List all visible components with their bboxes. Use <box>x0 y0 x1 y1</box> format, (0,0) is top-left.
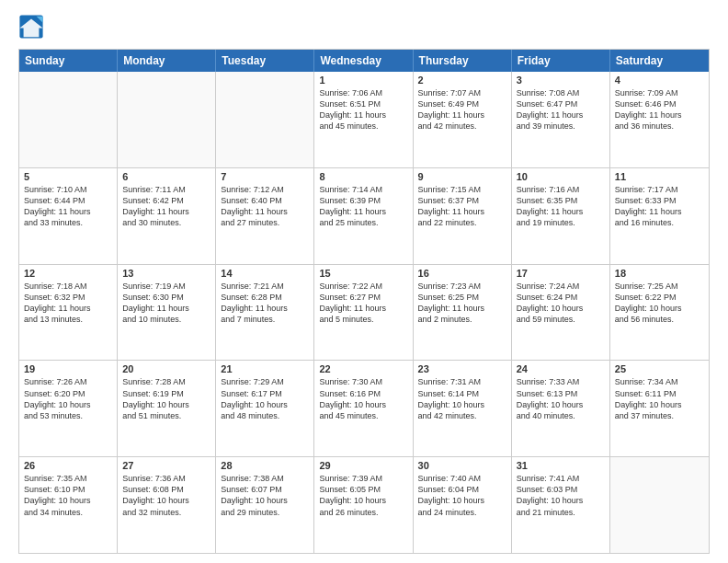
day-number: 27 <box>122 460 210 471</box>
day-cell-25: 25Sunrise: 7:34 AM Sunset: 6:11 PM Dayli… <box>610 361 709 456</box>
day-number: 21 <box>221 363 309 374</box>
day-info: Sunrise: 7:14 AM Sunset: 6:39 PM Dayligh… <box>319 184 407 229</box>
day-info: Sunrise: 7:28 AM Sunset: 6:19 PM Dayligh… <box>122 376 210 421</box>
day-cell-30: 30Sunrise: 7:40 AM Sunset: 6:04 PM Dayli… <box>414 457 512 553</box>
weekday-header-saturday: Saturday <box>610 50 709 72</box>
day-cell-5: 5Sunrise: 7:10 AM Sunset: 6:44 PM Daylig… <box>19 168 118 264</box>
day-cell-19: 19Sunrise: 7:26 AM Sunset: 6:20 PM Dayli… <box>19 361 118 456</box>
day-info: Sunrise: 7:26 AM Sunset: 6:20 PM Dayligh… <box>24 376 112 421</box>
day-number: 17 <box>517 268 605 279</box>
day-info: Sunrise: 7:16 AM Sunset: 6:35 PM Dayligh… <box>517 184 605 229</box>
day-info: Sunrise: 7:33 AM Sunset: 6:13 PM Dayligh… <box>517 376 605 421</box>
day-info: Sunrise: 7:11 AM Sunset: 6:42 PM Dayligh… <box>122 184 210 229</box>
day-cell-29: 29Sunrise: 7:39 AM Sunset: 6:05 PM Dayli… <box>314 457 413 553</box>
day-number: 9 <box>418 171 506 182</box>
day-info: Sunrise: 7:12 AM Sunset: 6:40 PM Dayligh… <box>221 184 309 229</box>
day-number: 16 <box>418 268 506 279</box>
calendar-row-3: 19Sunrise: 7:26 AM Sunset: 6:20 PM Dayli… <box>19 360 709 456</box>
day-info: Sunrise: 7:41 AM Sunset: 6:03 PM Dayligh… <box>517 473 605 518</box>
day-number: 3 <box>517 75 605 86</box>
day-cell-9: 9Sunrise: 7:15 AM Sunset: 6:37 PM Daylig… <box>414 168 512 264</box>
header <box>18 14 710 40</box>
day-number: 14 <box>221 268 309 279</box>
day-number: 10 <box>517 171 605 182</box>
day-info: Sunrise: 7:07 AM Sunset: 6:49 PM Dayligh… <box>418 87 506 132</box>
day-info: Sunrise: 7:24 AM Sunset: 6:24 PM Dayligh… <box>517 281 605 326</box>
day-cell-14: 14Sunrise: 7:21 AM Sunset: 6:28 PM Dayli… <box>216 265 314 361</box>
day-info: Sunrise: 7:22 AM Sunset: 6:27 PM Dayligh… <box>319 281 407 326</box>
day-info: Sunrise: 7:08 AM Sunset: 6:47 PM Dayligh… <box>517 87 605 132</box>
day-cell-3: 3Sunrise: 7:08 AM Sunset: 6:47 PM Daylig… <box>512 72 610 167</box>
day-number: 30 <box>418 460 506 471</box>
weekday-header-friday: Friday <box>512 50 610 72</box>
day-info: Sunrise: 7:15 AM Sunset: 6:37 PM Dayligh… <box>418 184 506 229</box>
day-info: Sunrise: 7:06 AM Sunset: 6:51 PM Dayligh… <box>319 87 407 132</box>
day-info: Sunrise: 7:17 AM Sunset: 6:33 PM Dayligh… <box>615 184 704 229</box>
day-info: Sunrise: 7:31 AM Sunset: 6:14 PM Dayligh… <box>418 376 506 421</box>
day-cell-13: 13Sunrise: 7:19 AM Sunset: 6:30 PM Dayli… <box>118 265 216 361</box>
day-cell-20: 20Sunrise: 7:28 AM Sunset: 6:19 PM Dayli… <box>118 361 216 456</box>
day-number: 4 <box>615 75 704 86</box>
day-number: 24 <box>517 363 605 374</box>
day-cell-26: 26Sunrise: 7:35 AM Sunset: 6:10 PM Dayli… <box>19 457 118 553</box>
day-cell-21: 21Sunrise: 7:29 AM Sunset: 6:17 PM Dayli… <box>216 361 314 456</box>
calendar-row-2: 12Sunrise: 7:18 AM Sunset: 6:32 PM Dayli… <box>19 264 709 361</box>
weekday-header-monday: Monday <box>118 50 216 72</box>
day-cell-24: 24Sunrise: 7:33 AM Sunset: 6:13 PM Dayli… <box>512 361 610 456</box>
day-number: 12 <box>24 268 112 279</box>
day-cell-2: 2Sunrise: 7:07 AM Sunset: 6:49 PM Daylig… <box>414 72 512 167</box>
logo <box>18 14 48 40</box>
day-info: Sunrise: 7:34 AM Sunset: 6:11 PM Dayligh… <box>615 376 704 421</box>
day-cell-8: 8Sunrise: 7:14 AM Sunset: 6:39 PM Daylig… <box>314 168 413 264</box>
weekday-header-sunday: Sunday <box>19 50 118 72</box>
day-number: 22 <box>319 363 407 374</box>
day-number: 25 <box>615 363 704 374</box>
day-cell-10: 10Sunrise: 7:16 AM Sunset: 6:35 PM Dayli… <box>512 168 610 264</box>
day-info: Sunrise: 7:23 AM Sunset: 6:25 PM Dayligh… <box>418 281 506 326</box>
day-info: Sunrise: 7:35 AM Sunset: 6:10 PM Dayligh… <box>24 473 112 518</box>
day-number: 18 <box>615 268 704 279</box>
calendar-row-0: 1Sunrise: 7:06 AM Sunset: 6:51 PM Daylig… <box>19 72 709 167</box>
weekday-header-wednesday: Wednesday <box>314 50 413 72</box>
weekday-header-thursday: Thursday <box>414 50 512 72</box>
day-info: Sunrise: 7:40 AM Sunset: 6:04 PM Dayligh… <box>418 473 506 518</box>
day-number: 26 <box>24 460 112 471</box>
day-cell-6: 6Sunrise: 7:11 AM Sunset: 6:42 PM Daylig… <box>118 168 216 264</box>
day-number: 28 <box>221 460 309 471</box>
day-number: 19 <box>24 363 112 374</box>
day-cell-16: 16Sunrise: 7:23 AM Sunset: 6:25 PM Dayli… <box>414 265 512 361</box>
day-number: 13 <box>122 268 210 279</box>
calendar-body: 1Sunrise: 7:06 AM Sunset: 6:51 PM Daylig… <box>19 72 709 553</box>
day-info: Sunrise: 7:30 AM Sunset: 6:16 PM Dayligh… <box>319 376 407 421</box>
day-cell-7: 7Sunrise: 7:12 AM Sunset: 6:40 PM Daylig… <box>216 168 314 264</box>
day-cell-4: 4Sunrise: 7:09 AM Sunset: 6:46 PM Daylig… <box>610 72 709 167</box>
day-cell-15: 15Sunrise: 7:22 AM Sunset: 6:27 PM Dayli… <box>314 265 413 361</box>
day-cell-28: 28Sunrise: 7:38 AM Sunset: 6:07 PM Dayli… <box>216 457 314 553</box>
day-info: Sunrise: 7:25 AM Sunset: 6:22 PM Dayligh… <box>615 281 704 326</box>
day-cell-12: 12Sunrise: 7:18 AM Sunset: 6:32 PM Dayli… <box>19 265 118 361</box>
day-info: Sunrise: 7:09 AM Sunset: 6:46 PM Dayligh… <box>615 87 704 132</box>
day-number: 11 <box>615 171 704 182</box>
day-cell-empty-4-6 <box>610 457 709 553</box>
day-number: 15 <box>319 268 407 279</box>
day-cell-empty-0-0 <box>19 72 118 167</box>
day-info: Sunrise: 7:29 AM Sunset: 6:17 PM Dayligh… <box>221 376 309 421</box>
day-number: 29 <box>319 460 407 471</box>
day-number: 31 <box>517 460 605 471</box>
day-info: Sunrise: 7:38 AM Sunset: 6:07 PM Dayligh… <box>221 473 309 518</box>
day-cell-22: 22Sunrise: 7:30 AM Sunset: 6:16 PM Dayli… <box>314 361 413 456</box>
day-cell-18: 18Sunrise: 7:25 AM Sunset: 6:22 PM Dayli… <box>610 265 709 361</box>
day-cell-empty-0-1 <box>118 72 216 167</box>
day-number: 1 <box>319 75 407 86</box>
day-info: Sunrise: 7:36 AM Sunset: 6:08 PM Dayligh… <box>122 473 210 518</box>
weekday-header-tuesday: Tuesday <box>216 50 314 72</box>
day-number: 20 <box>122 363 210 374</box>
day-number: 6 <box>122 171 210 182</box>
day-info: Sunrise: 7:10 AM Sunset: 6:44 PM Dayligh… <box>24 184 112 229</box>
day-cell-23: 23Sunrise: 7:31 AM Sunset: 6:14 PM Dayli… <box>414 361 512 456</box>
day-cell-31: 31Sunrise: 7:41 AM Sunset: 6:03 PM Dayli… <box>512 457 610 553</box>
calendar-row-4: 26Sunrise: 7:35 AM Sunset: 6:10 PM Dayli… <box>19 456 709 553</box>
day-info: Sunrise: 7:18 AM Sunset: 6:32 PM Dayligh… <box>24 281 112 326</box>
calendar-row-1: 5Sunrise: 7:10 AM Sunset: 6:44 PM Daylig… <box>19 167 709 264</box>
page: SundayMondayTuesdayWednesdayThursdayFrid… <box>0 0 728 563</box>
